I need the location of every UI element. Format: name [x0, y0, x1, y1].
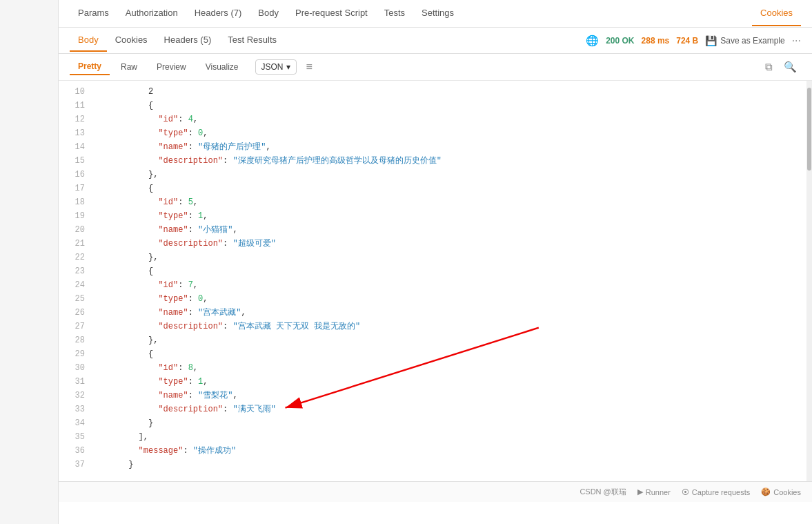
code-line-12: "id": 4,: [99, 113, 806, 126]
line-num-11: 11: [59, 99, 93, 113]
line-num-37: 37: [59, 458, 93, 472]
code-line-22: },: [99, 251, 806, 264]
format-preview-button[interactable]: Preview: [148, 59, 195, 75]
line-num-17: 17: [59, 182, 93, 195]
line-num-36: 36: [59, 444, 93, 458]
chevron-down-icon: ▾: [286, 62, 290, 72]
code-line-26: "name": "宫本武藏",: [99, 306, 806, 320]
line-num-31: 31: [59, 375, 93, 389]
line-num-20: 20: [59, 223, 93, 237]
tab-params[interactable]: Params: [70, 1, 117, 26]
line-num-13: 13: [59, 126, 93, 140]
main-wrapper: Params Authorization Headers (7) Body Pr…: [0, 0, 812, 524]
json-format-label: JSON: [261, 62, 284, 72]
line-num-35: 35: [59, 430, 93, 444]
code-line-36: "message": "操作成功": [99, 444, 806, 458]
cookies-bottom-button[interactable]: 🍪 Cookies: [761, 487, 801, 496]
code-line-16: },: [99, 168, 806, 182]
scrollbar-thumb[interactable]: [807, 88, 811, 171]
line-num-26: 26: [59, 306, 93, 320]
floppy-icon: 💾: [705, 35, 717, 46]
watermark: CSDN @联瑞: [580, 487, 626, 497]
tab-tests[interactable]: Tests: [376, 1, 413, 26]
filter-icon[interactable]: ≡: [304, 58, 315, 76]
bottom-bar: CSDN @联瑞 ▶ Runner ⦿ Capture requests 🍪 C…: [59, 481, 812, 502]
code-wrapper: 10 11 12 13 14 15 16 17 18 19 20 21 22 2…: [59, 81, 812, 524]
line-num-34: 34: [59, 416, 93, 430]
status-size: 724 B: [676, 36, 698, 46]
cookies-bottom-label: Cookies: [773, 488, 801, 496]
runner-button[interactable]: ▶ Runner: [637, 487, 671, 496]
status-time: 288 ms: [642, 36, 670, 46]
save-example-button[interactable]: 💾 Save as Example: [705, 35, 784, 46]
line-num-22: 22: [59, 251, 93, 264]
line-num-23: 23: [59, 264, 93, 278]
secondary-nav: Body Cookies Headers (5) Test Results 🌐 …: [59, 28, 812, 54]
line-num-28: 28: [59, 333, 93, 347]
tab-prerequest[interactable]: Pre-request Script: [287, 1, 376, 26]
code-content: 2 { "id": 4, "type": 0, "name": "母猪的产后护理…: [93, 81, 806, 481]
search-icon[interactable]: 🔍: [780, 58, 801, 76]
line-num-19: 19: [59, 209, 93, 223]
line-num-25: 25: [59, 292, 93, 306]
copy-icon[interactable]: ⧉: [761, 58, 777, 76]
code-line-20: "name": "小猫猫",: [99, 223, 806, 237]
code-line-15: "description": "深度研究母猪产后护理的高级哲学以及母猪的历史价值…: [99, 154, 806, 168]
line-num-16: 16: [59, 168, 93, 182]
secondary-tab-headers[interactable]: Headers (5): [156, 29, 220, 52]
globe-icon: 🌐: [586, 35, 599, 47]
code-line-33: "description": "满天飞雨": [99, 402, 806, 416]
code-line-34: }: [99, 416, 806, 430]
line-num-24: 24: [59, 278, 93, 292]
line-num-18: 18: [59, 195, 93, 209]
code-line-31: "type": 1,: [99, 375, 806, 389]
code-line-37: }: [99, 458, 806, 472]
line-num-29: 29: [59, 347, 93, 361]
format-visualize-button[interactable]: Visualize: [197, 59, 247, 75]
json-format-select[interactable]: JSON ▾: [255, 59, 297, 75]
tab-authorization[interactable]: Authorization: [117, 1, 186, 26]
tab-headers[interactable]: Headers (7): [186, 1, 250, 26]
capture-icon: ⦿: [682, 488, 689, 496]
format-pretty-button[interactable]: Pretty: [70, 59, 110, 75]
format-raw-button[interactable]: Raw: [112, 59, 146, 75]
line-num-10: 10: [59, 85, 93, 99]
format-bar: Pretty Raw Preview Visualize JSON ▾ ≡ ⧉ …: [59, 54, 812, 81]
code-line-30: "id": 8,: [99, 361, 806, 375]
code-line-25: "type": 0,: [99, 292, 806, 306]
code-line-35: ],: [99, 430, 806, 444]
tab-body[interactable]: Body: [250, 1, 287, 26]
code-area: 10 11 12 13 14 15 16 17 18 19 20 21 22 2…: [59, 81, 812, 481]
secondary-tab-body[interactable]: Body: [70, 29, 107, 52]
line-num-15: 15: [59, 154, 93, 168]
code-line-10: 2: [99, 85, 806, 99]
line-num-27: 27: [59, 320, 93, 333]
line-num-12: 12: [59, 113, 93, 126]
tab-cookies[interactable]: Cookies: [752, 1, 801, 26]
line-num-33: 33: [59, 402, 93, 416]
secondary-tab-cookies[interactable]: Cookies: [107, 29, 156, 52]
more-options-icon[interactable]: ···: [792, 35, 801, 47]
code-line-23: {: [99, 264, 806, 278]
code-line-27: "description": "宫本武藏 天下无双 我是无敌的": [99, 320, 806, 333]
code-line-29: {: [99, 347, 806, 361]
status-code: 200 OK: [606, 36, 634, 46]
secondary-tab-testresults[interactable]: Test Results: [219, 29, 285, 52]
code-line-24: "id": 7,: [99, 278, 806, 292]
code-line-17: {: [99, 182, 806, 195]
capture-label: Capture requests: [692, 488, 750, 496]
tab-settings[interactable]: Settings: [413, 1, 462, 26]
line-num-14: 14: [59, 140, 93, 154]
status-area: 🌐 200 OK 288 ms 724 B 💾 Save as Example …: [586, 35, 801, 47]
line-num-30: 30: [59, 361, 93, 375]
scrollbar[interactable]: [806, 81, 812, 481]
code-line-28: },: [99, 333, 806, 347]
cookies-icon: 🍪: [761, 487, 771, 496]
code-line-32: "name": "雪梨花",: [99, 389, 806, 402]
capture-requests-button[interactable]: ⦿ Capture requests: [682, 488, 750, 496]
code-line-21: "description": "超级可爱": [99, 237, 806, 251]
save-example-label: Save as Example: [720, 36, 784, 46]
line-numbers: 10 11 12 13 14 15 16 17 18 19 20 21 22 2…: [59, 81, 93, 481]
top-nav: Params Authorization Headers (7) Body Pr…: [59, 0, 812, 28]
runner-label: Runner: [646, 488, 671, 496]
